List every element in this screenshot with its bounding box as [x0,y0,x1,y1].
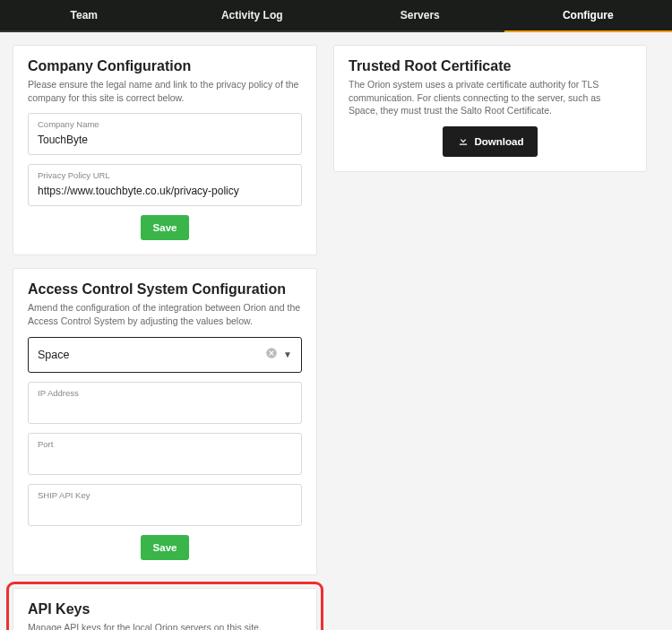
ship-api-key-input[interactable] [38,505,292,517]
acs-system-select[interactable]: Space ▼ [28,337,302,373]
acs-system-select-value: Space [38,349,69,361]
api-keys-title: API Keys [28,601,302,617]
ship-api-key-label: SHIP API Key [38,490,292,500]
ip-address-input[interactable] [38,402,292,415]
tab-servers[interactable]: Servers [336,0,504,30]
privacy-url-input[interactable] [38,185,292,197]
company-config-desc: Please ensure the legal name and link to… [28,78,302,104]
api-keys-desc: Manage API keys for the local Orion serv… [28,621,302,630]
company-config-title: Company Configuration [28,58,302,74]
cert-title: Trusted Root Certificate [349,58,632,74]
port-field[interactable]: Port [28,433,302,475]
download-cert-button[interactable]: Download [443,126,538,157]
privacy-url-field[interactable]: Privacy Policy URL [28,164,302,206]
acs-save-button[interactable]: Save [141,535,190,560]
acs-config-desc: Amend the configuration of the integrati… [28,301,302,327]
company-name-label: Company Name [38,119,292,129]
tab-team[interactable]: Team [0,0,168,30]
cert-card: Trusted Root Certificate The Orion syste… [333,45,647,172]
port-input[interactable] [38,453,292,466]
download-cert-label: Download [475,136,524,147]
api-keys-card: API Keys Manage API keys for the local O… [13,588,317,630]
privacy-url-label: Privacy Policy URL [38,170,292,180]
top-nav: Team Activity Log Servers Configure [0,0,672,32]
company-config-card: Company Configuration Please ensure the … [13,45,317,255]
chevron-down-icon[interactable]: ▼ [283,350,292,359]
ship-api-key-field[interactable]: SHIP API Key [28,484,302,526]
company-save-button[interactable]: Save [141,215,190,240]
port-label: Port [38,439,292,449]
clear-icon[interactable] [265,347,278,363]
acs-config-title: Access Control System Configuration [28,281,302,298]
tab-configure[interactable]: Configure [504,0,673,30]
download-icon [457,134,470,149]
company-name-field[interactable]: Company Name [28,113,302,155]
tab-activity-log[interactable]: Activity Log [168,0,337,30]
cert-desc: The Orion system uses a private certific… [349,78,632,117]
ip-address-field[interactable]: IP Address [28,382,302,424]
acs-config-card: Access Control System Configuration Amen… [13,268,317,574]
ip-address-label: IP Address [38,388,292,398]
active-tab-underline [504,30,673,32]
company-name-input[interactable] [38,134,292,146]
